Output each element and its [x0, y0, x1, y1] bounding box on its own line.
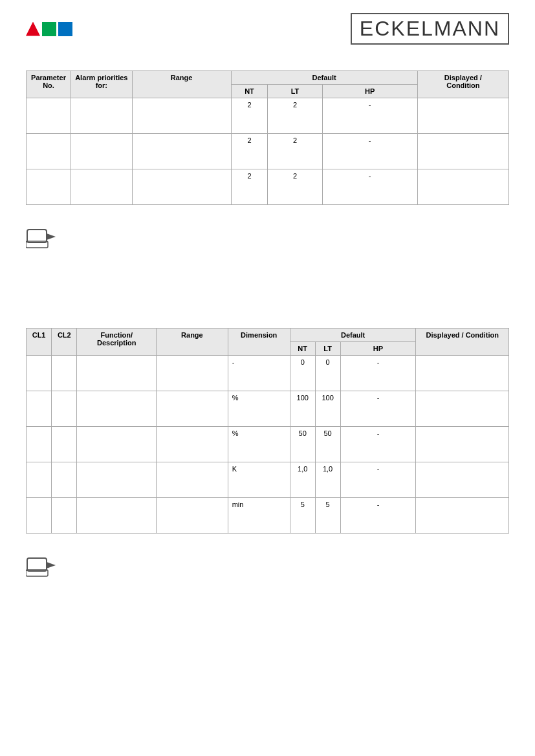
cell-blt-0: 0: [315, 356, 340, 391]
cell-alarm: [71, 169, 133, 205]
svg-marker-1: [47, 233, 56, 240]
cell-range-1: [157, 391, 228, 427]
cell-hp-1: -: [322, 134, 417, 169]
cell-range-3: [157, 462, 228, 498]
cell-cl2-4: [52, 498, 77, 534]
cell-cl1-0: [27, 356, 52, 391]
cell-bdisp-0: [416, 356, 509, 391]
cell-range-2: [157, 427, 228, 462]
cell-bnt-4: 5: [290, 498, 315, 534]
cell-cl1-4: [27, 498, 52, 534]
col-alarm-prio: Alarm priorities for:: [71, 71, 133, 98]
col-dimension: Dimension: [228, 329, 290, 356]
cell-bnt-1: 100: [290, 391, 315, 427]
col-range: Range: [132, 71, 231, 98]
cell-param: [27, 134, 71, 169]
cell-dim-3: K: [228, 462, 290, 498]
cell-blt-1: 100: [315, 391, 340, 427]
col-cl2: CL2: [52, 329, 77, 356]
cell-hp-0: -: [322, 98, 417, 134]
cell-bhp-4: -: [340, 498, 416, 534]
logo: [26, 22, 72, 36]
cell-range-4: [157, 498, 228, 534]
arrow-icon-bottom: [26, 553, 509, 579]
bottom-table: CL1 CL2 Function/Description Range Dimen…: [26, 328, 509, 534]
cell-bnt-0: 0: [290, 356, 315, 391]
cell-blt-2: 50: [315, 427, 340, 462]
svg-marker-5: [47, 562, 56, 568]
cell-hp-2: -: [322, 169, 417, 205]
cell-alarm: [71, 134, 133, 169]
col-lt-b-header: LT: [315, 342, 340, 356]
svg-rect-4: [27, 558, 47, 571]
cell-bdisp-4: [416, 498, 509, 534]
col-hp-header: HP: [322, 85, 417, 98]
cell-bdisp-1: [416, 391, 509, 427]
pointer-hand-icon-bottom: [26, 553, 58, 578]
cell-cl2-1: [52, 391, 77, 427]
col-range-b: Range: [157, 329, 228, 356]
cell-range-0: [157, 356, 228, 391]
col-function: Function/Description: [77, 329, 157, 356]
col-param-no: ParameterNo.: [27, 71, 71, 98]
brand-name: ECKELMANN: [351, 13, 509, 45]
cell-bhp-3: -: [340, 462, 416, 498]
logo-green-square: [42, 22, 56, 36]
cell-func-1: [77, 391, 157, 427]
cell-blt-4: 5: [315, 498, 340, 534]
cell-bhp-1: -: [340, 391, 416, 427]
top-table: ParameterNo. Alarm priorities for: Range…: [26, 70, 509, 205]
table-row: 2 2 -: [27, 169, 509, 205]
cell-bnt-3: 1,0: [290, 462, 315, 498]
cell-cl1-3: [27, 462, 52, 498]
cell-range: [132, 98, 231, 134]
cell-nt-1: 2: [231, 134, 268, 169]
top-table-section: ParameterNo. Alarm priorities for: Range…: [26, 70, 509, 205]
table-row: % 100 100 -: [27, 391, 509, 427]
arrow-icon-top: [26, 224, 509, 250]
cell-disp-0: [417, 98, 508, 134]
cell-nt-2: 2: [231, 169, 268, 205]
col-cl1: CL1: [27, 329, 52, 356]
col-default: Default: [231, 71, 417, 85]
page-header: ECKELMANN: [26, 13, 509, 45]
cell-param: [27, 98, 71, 134]
cell-bdisp-3: [416, 462, 509, 498]
col-displayed-condition-b: Displayed / Condition: [416, 329, 509, 356]
col-nt-b-header: NT: [290, 342, 315, 356]
cell-alarm: [71, 98, 133, 134]
cell-cl1-2: [27, 427, 52, 462]
cell-bdisp-2: [416, 427, 509, 462]
cell-disp-1: [417, 134, 508, 169]
table-row: min 5 5 -: [27, 498, 509, 534]
cell-func-2: [77, 427, 157, 462]
cell-dim-0: -: [228, 356, 290, 391]
cell-dim-1: %: [228, 391, 290, 427]
cell-lt-2: 2: [268, 169, 322, 205]
cell-range: [132, 169, 231, 205]
cell-blt-3: 1,0: [315, 462, 340, 498]
cell-cl2-2: [52, 427, 77, 462]
cell-func-3: [77, 462, 157, 498]
col-default-b: Default: [290, 329, 416, 342]
cell-param: [27, 169, 71, 205]
logo-red-triangle: [26, 22, 40, 36]
cell-disp-2: [417, 169, 508, 205]
table-row: K 1,0 1,0 -: [27, 462, 509, 498]
section-text-top: [26, 257, 509, 308]
cell-bhp-2: -: [340, 427, 416, 462]
cell-bnt-2: 50: [290, 427, 315, 462]
cell-lt-0: 2: [268, 98, 322, 134]
cell-cl2-0: [52, 356, 77, 391]
col-displayed-condition: Displayed /Condition: [417, 71, 508, 98]
col-hp-b-header: HP: [340, 342, 416, 356]
cell-cl1-1: [27, 391, 52, 427]
cell-func-4: [77, 498, 157, 534]
cell-bhp-0: -: [340, 356, 416, 391]
table-row: 2 2 -: [27, 134, 509, 169]
svg-rect-0: [27, 230, 47, 243]
col-nt-header: NT: [231, 85, 268, 98]
bottom-table-section: CL1 CL2 Function/Description Range Dimen…: [26, 328, 509, 534]
cell-lt-1: 2: [268, 134, 322, 169]
cell-dim-2: %: [228, 427, 290, 462]
